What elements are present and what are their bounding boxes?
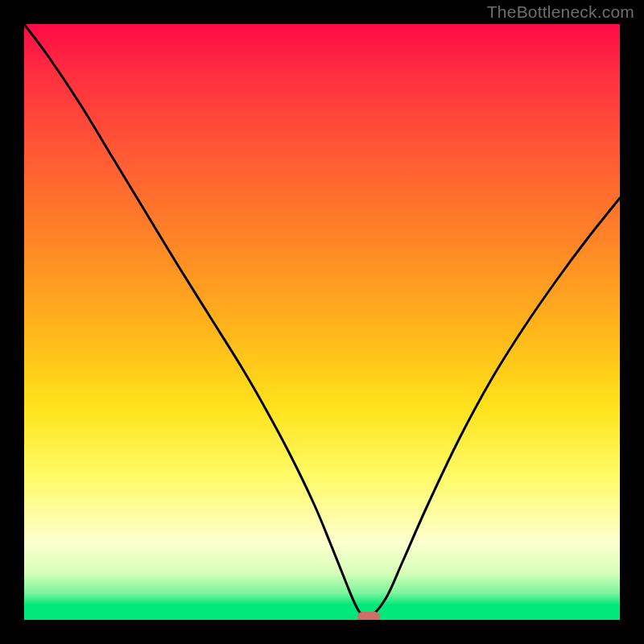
watermark-text: TheBottleneck.com xyxy=(487,2,634,22)
bottleneck-curve xyxy=(24,24,620,620)
plot-area xyxy=(24,24,620,620)
optimal-marker xyxy=(357,612,380,620)
chart-frame: TheBottleneck.com xyxy=(0,0,644,644)
